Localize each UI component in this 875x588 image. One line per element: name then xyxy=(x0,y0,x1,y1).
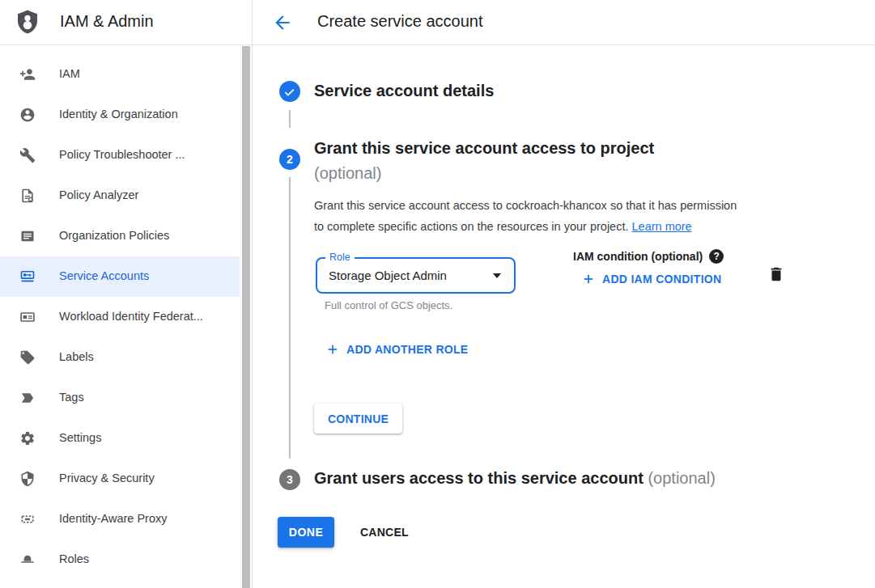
plus-icon xyxy=(583,273,594,285)
sidebar-item-label: Privacy & Security xyxy=(59,472,155,484)
gear-icon xyxy=(19,430,36,446)
role-helper-text: Full control of GCS objects. xyxy=(325,299,452,311)
role-field-label: Role xyxy=(325,252,355,263)
plus-icon xyxy=(327,344,338,355)
sidebar-item-settings[interactable]: Settings xyxy=(0,418,240,459)
sidebar-item-label: Policy Troubleshooter ... xyxy=(59,148,185,161)
add-another-role-button[interactable]: ADD ANOTHER ROLE xyxy=(327,343,469,356)
sidebar-item-roles[interactable]: Roles xyxy=(0,539,240,580)
hat-icon xyxy=(19,552,36,568)
add-iam-condition-label: ADD IAM CONDITION xyxy=(602,273,721,286)
step1-check-icon xyxy=(279,81,300,102)
step2-optional-text: (optional) xyxy=(314,161,654,186)
person-add-icon xyxy=(19,66,36,82)
sidebar-item-labels[interactable]: Labels xyxy=(0,337,240,378)
step3-title: Grant users access to this service accou… xyxy=(314,469,716,488)
continue-button[interactable]: CONTINUE xyxy=(314,404,402,434)
sidebar-item-workload-identity-federat[interactable]: Workload Identity Federat... xyxy=(0,297,240,337)
sidebar-item-label: Identity-Aware Proxy xyxy=(59,512,168,525)
step2-title: Grant this service account access to pro… xyxy=(314,136,654,186)
sidebar-header: IAM & Admin xyxy=(0,0,252,45)
service-account-icon xyxy=(19,269,36,285)
sidebar-title: IAM & Admin xyxy=(60,12,154,31)
description-line1: Grant this service account access to coc… xyxy=(314,196,737,217)
page-header: Create service account xyxy=(253,0,875,45)
sidebar-item-label: Service Accounts xyxy=(59,269,149,282)
sidebar-item-label: Tags xyxy=(59,391,84,404)
back-arrow-icon[interactable] xyxy=(272,12,293,33)
app-window: IAM & Admin IAM Identity & Organization … xyxy=(0,0,875,588)
sidebar-item-label: Workload Identity Federat... xyxy=(59,310,203,323)
sidebar-item-label: Roles xyxy=(59,552,89,565)
help-icon[interactable]: ? xyxy=(709,249,724,264)
sidebar-item-label: Policy Analyzer xyxy=(59,188,138,201)
step3-optional-text: (optional) xyxy=(648,469,715,487)
sidebar-item-policy-analyzer[interactable]: Policy Analyzer xyxy=(0,176,240,216)
sidebar-item-tags[interactable]: Tags xyxy=(0,378,240,418)
wrench-icon xyxy=(19,147,36,163)
sidebar-nav: IAM Identity & Organization Policy Troub… xyxy=(0,54,240,580)
dropdown-arrow-icon xyxy=(493,273,501,278)
delete-role-trash-icon[interactable] xyxy=(767,265,785,283)
sidebar-item-policy-troubleshooter[interactable]: Policy Troubleshooter ... xyxy=(0,135,240,176)
label-tag-icon xyxy=(19,349,36,366)
sidebar-item-identity-aware-proxy[interactable]: Identity-Aware Proxy xyxy=(0,499,240,539)
tag-arrow-icon xyxy=(19,390,36,406)
sidebar-item-label: Identity & Organization xyxy=(59,108,178,121)
role-select[interactable]: Role Storage Object Admin xyxy=(316,257,516,294)
add-iam-condition-button[interactable]: ADD IAM CONDITION xyxy=(583,273,721,286)
sidebar-item-iam[interactable]: IAM xyxy=(0,54,240,95)
proxy-icon xyxy=(19,511,36,527)
iam-admin-shield-icon xyxy=(15,9,40,35)
role-selected-value: Storage Object Admin xyxy=(329,269,447,282)
step2-description: Grant this service account access to coc… xyxy=(314,196,737,237)
card-icon xyxy=(19,309,36,325)
step2-title-text: Grant this service account access to pro… xyxy=(314,136,654,161)
sidebar: IAM & Admin IAM Identity & Organization … xyxy=(0,0,253,588)
page-title: Create service account xyxy=(317,12,483,31)
sidebar-scrollbar-thumb[interactable] xyxy=(242,46,250,588)
sidebar-item-privacy-security[interactable]: Privacy & Security xyxy=(0,459,240,499)
step3-title-text: Grant users access to this service accou… xyxy=(314,469,644,487)
sidebar-item-organization-policies[interactable]: Organization Policies xyxy=(0,216,240,256)
done-button[interactable]: DONE xyxy=(278,517,334,548)
main-panel: Create service account Service account d… xyxy=(253,0,875,588)
stepper-connector xyxy=(289,110,291,128)
sidebar-item-label: Settings xyxy=(59,431,101,444)
step3-number-badge: 3 xyxy=(279,469,300,490)
doc-check-icon xyxy=(19,188,36,204)
step2-number-badge: 2 xyxy=(279,149,300,170)
doc-lines-icon xyxy=(19,228,36,244)
step1-title: Service account details xyxy=(314,82,494,100)
sidebar-item-service-accounts[interactable]: Service Accounts xyxy=(0,256,240,297)
learn-more-link[interactable]: Learn more xyxy=(632,220,692,233)
add-another-role-label: ADD ANOTHER ROLE xyxy=(346,343,469,356)
step3-number: 3 xyxy=(287,473,293,486)
sidebar-item-identity-organization[interactable]: Identity & Organization xyxy=(0,95,240,135)
description-line2: to complete specific actions on the reso… xyxy=(314,217,737,238)
step2-number: 2 xyxy=(287,153,293,166)
iam-condition-label: IAM condition (optional) xyxy=(573,250,703,263)
account-circle-icon xyxy=(19,107,36,123)
stepper-connector xyxy=(289,177,291,459)
shield-half-icon xyxy=(19,471,36,487)
iam-condition-row: IAM condition (optional) ? xyxy=(573,249,724,264)
sidebar-item-label: Labels xyxy=(59,350,94,363)
cancel-button[interactable]: CANCEL xyxy=(360,517,409,548)
sidebar-item-label: IAM xyxy=(59,67,80,80)
sidebar-item-label: Organization Policies xyxy=(59,229,169,242)
